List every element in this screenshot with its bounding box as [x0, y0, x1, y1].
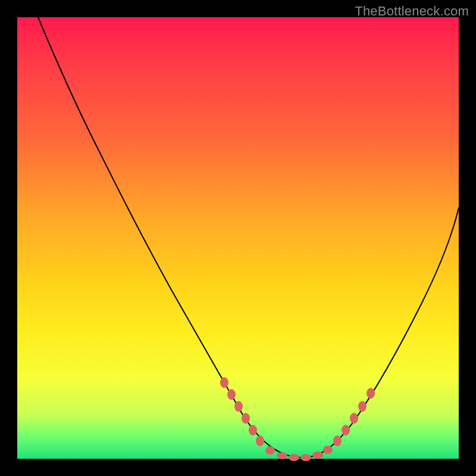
- marker-dot: [300, 454, 311, 461]
- marker-dot: [220, 377, 228, 388]
- bottleneck-curve: [38, 17, 459, 458]
- marker-dot: [342, 425, 350, 436]
- marker-dot: [358, 401, 367, 412]
- marker-dot: [227, 389, 236, 400]
- marker-dot: [234, 401, 243, 412]
- marker-dot: [256, 436, 264, 446]
- marker-dot: [265, 446, 275, 455]
- marker-dot: [350, 413, 358, 424]
- marker-dot: [312, 452, 323, 459]
- marker-dot: [277, 452, 287, 459]
- marker-dot: [249, 425, 257, 436]
- marker-dot: [242, 413, 250, 424]
- marker-dot: [323, 446, 333, 454]
- marker-dot: [367, 388, 375, 399]
- marker-dots: [220, 377, 375, 461]
- outer-frame: TheBottleneck.com: [0, 0, 476, 476]
- marker-dot: [333, 436, 342, 446]
- plot-area: [17, 17, 459, 459]
- marker-dot: [289, 454, 299, 461]
- curve-layer: [17, 17, 459, 459]
